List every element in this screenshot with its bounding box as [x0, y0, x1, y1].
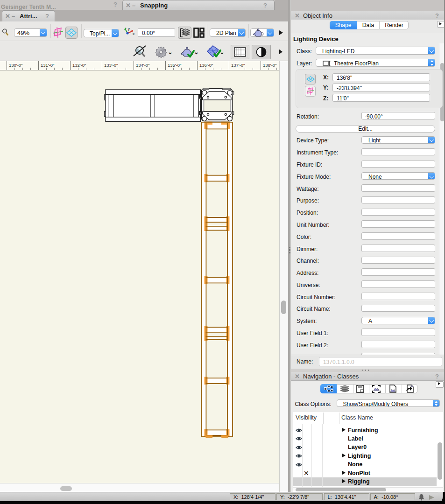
svg-text:y: y	[128, 27, 130, 31]
svg-text:x: x	[133, 32, 134, 36]
